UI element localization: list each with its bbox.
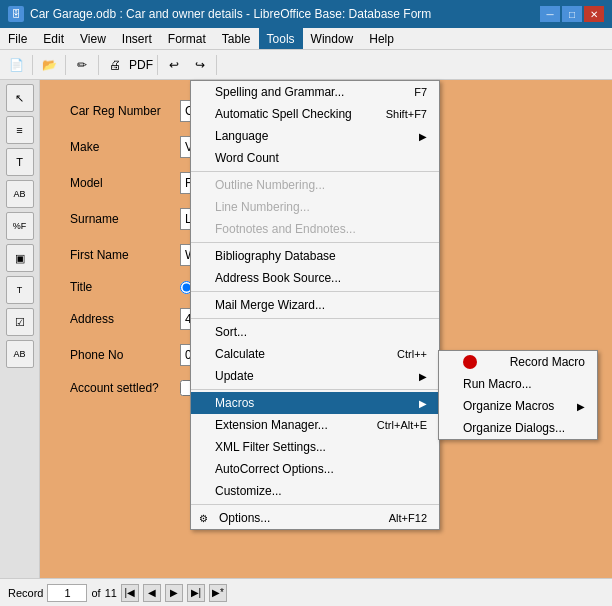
spelling-label: Spelling and Grammar... (215, 85, 344, 99)
pdf-button[interactable]: PDF (129, 53, 153, 77)
sidebar-icon-label[interactable]: T (6, 276, 34, 304)
macros-submenu: Record Macro Run Macro... Organize Macro… (438, 350, 598, 440)
label-account: Account settled? (70, 381, 180, 395)
sep-3 (191, 291, 439, 292)
status-total: 11 (105, 587, 117, 599)
record-icon (463, 355, 477, 369)
update-arrow: ▶ (419, 371, 427, 382)
organize-macros-label: Organize Macros (463, 399, 554, 413)
label-phone: Phone No (70, 348, 180, 362)
new-button[interactable]: 📄 (4, 53, 28, 77)
next-record-button[interactable]: ▶ (165, 584, 183, 602)
toolbar-sep-4 (157, 55, 158, 75)
toolbar-sep-5 (216, 55, 217, 75)
last-record-button[interactable]: ▶| (187, 584, 205, 602)
new-record-button[interactable]: ▶* (209, 584, 227, 602)
menu-sort[interactable]: Sort... (191, 321, 439, 343)
menu-run-macro[interactable]: Run Macro... (439, 373, 597, 395)
macros-arrow: ▶ (419, 398, 427, 409)
app-icon: 🗄 (8, 6, 24, 22)
options-label: Options... (215, 511, 270, 525)
menu-file[interactable]: File (0, 28, 35, 49)
close-button[interactable]: ✕ (584, 6, 604, 22)
menu-macros[interactable]: Macros ▶ (191, 392, 439, 414)
first-record-button[interactable]: |◀ (121, 584, 139, 602)
extmgr-shortcut: Ctrl+Alt+E (377, 419, 427, 431)
xmlfilter-label: XML Filter Settings... (215, 440, 326, 454)
menu-linenumb[interactable]: Line Numbering... (191, 196, 439, 218)
window-controls[interactable]: ─ □ ✕ (540, 6, 604, 22)
menu-update[interactable]: Update ▶ (191, 365, 439, 387)
menu-biblio[interactable]: Bibliography Database (191, 245, 439, 267)
tools-dropdown: Spelling and Grammar... F7 Automatic Spe… (190, 80, 440, 530)
sidebar-icon-ab[interactable]: AB (6, 180, 34, 208)
sep-1 (191, 171, 439, 172)
sidebar-icon-percent[interactable]: %F (6, 212, 34, 240)
menu-autocorrect[interactable]: AutoCorrect Options... (191, 458, 439, 480)
sidebar: ↖ ≡ T AB %F ▣ T ☑ AB (0, 80, 40, 578)
undo-button[interactable]: ↩ (162, 53, 186, 77)
label-title: Title (70, 280, 180, 294)
menu-record-macro[interactable]: Record Macro (439, 351, 597, 373)
maximize-button[interactable]: □ (562, 6, 582, 22)
menu-calculate[interactable]: Calculate Ctrl++ (191, 343, 439, 365)
sidebar-icon-list[interactable]: ≡ (6, 116, 34, 144)
menu-edit[interactable]: Edit (35, 28, 72, 49)
menu-xmlfilter[interactable]: XML Filter Settings... (191, 436, 439, 458)
sep-4 (191, 318, 439, 319)
edit-button[interactable]: ✏ (70, 53, 94, 77)
record-macro-label: Record Macro (510, 355, 585, 369)
open-button[interactable]: 📂 (37, 53, 61, 77)
menu-options[interactable]: ⚙ Options... Alt+F12 (191, 507, 439, 529)
menu-extmgr[interactable]: Extension Manager... Ctrl+Alt+E (191, 414, 439, 436)
customize-label: Customize... (215, 484, 282, 498)
linenumb-label: Line Numbering... (215, 200, 310, 214)
prev-record-button[interactable]: ◀ (143, 584, 161, 602)
outline-label: Outline Numbering... (215, 178, 325, 192)
menu-addrbook[interactable]: Address Book Source... (191, 267, 439, 289)
menu-language[interactable]: Language ▶ (191, 125, 439, 147)
menu-view[interactable]: View (72, 28, 114, 49)
menu-insert[interactable]: Insert (114, 28, 160, 49)
wordcount-label: Word Count (215, 151, 279, 165)
menu-help[interactable]: Help (361, 28, 402, 49)
calculate-shortcut: Ctrl++ (397, 348, 427, 360)
print-button[interactable]: 🖨 (103, 53, 127, 77)
toolbar-sep-2 (65, 55, 66, 75)
menu-mailmerge[interactable]: Mail Merge Wizard... (191, 294, 439, 316)
sidebar-icon-check[interactable]: ☑ (6, 308, 34, 336)
toolbar-sep-3 (98, 55, 99, 75)
autocorrect-label: AutoCorrect Options... (215, 462, 334, 476)
window-title: Car Garage.odb : Car and owner details -… (30, 7, 431, 21)
sidebar-icon-cursor[interactable]: ↖ (6, 84, 34, 112)
menu-outline[interactable]: Outline Numbering... (191, 174, 439, 196)
autospell-shortcut: Shift+F7 (386, 108, 427, 120)
menu-table[interactable]: Table (214, 28, 259, 49)
toolbar: 📄 📂 ✏ 🖨 PDF ↩ ↪ (0, 50, 612, 80)
autospell-label: Automatic Spell Checking (215, 107, 352, 121)
label-surname: Surname (70, 212, 180, 226)
sep-2 (191, 242, 439, 243)
menu-spelling[interactable]: Spelling and Grammar... F7 (191, 81, 439, 103)
minimize-button[interactable]: ─ (540, 6, 560, 22)
spelling-shortcut: F7 (414, 86, 427, 98)
sidebar-icon-ab2[interactable]: AB (6, 340, 34, 368)
sidebar-icon-text[interactable]: T (6, 148, 34, 176)
menu-organize-dialogs[interactable]: Organize Dialogs... (439, 417, 597, 439)
menu-bar: File Edit View Insert Format Table Tools… (0, 28, 612, 50)
menu-format[interactable]: Format (160, 28, 214, 49)
menu-wordcount[interactable]: Word Count (191, 147, 439, 169)
redo-button[interactable]: ↪ (188, 53, 212, 77)
menu-tools[interactable]: Tools (259, 28, 303, 49)
menu-customize[interactable]: Customize... (191, 480, 439, 502)
label-firstname: First Name (70, 248, 180, 262)
label-address: Address (70, 312, 180, 326)
menu-organize-macros[interactable]: Organize Macros ▶ (439, 395, 597, 417)
menu-footnotes[interactable]: Footnotes and Endnotes... (191, 218, 439, 240)
sidebar-icon-box[interactable]: ▣ (6, 244, 34, 272)
menu-window[interactable]: Window (303, 28, 362, 49)
update-label: Update (215, 369, 254, 383)
language-label: Language (215, 129, 268, 143)
menu-autospell[interactable]: Automatic Spell Checking Shift+F7 (191, 103, 439, 125)
record-number-input[interactable] (47, 584, 87, 602)
